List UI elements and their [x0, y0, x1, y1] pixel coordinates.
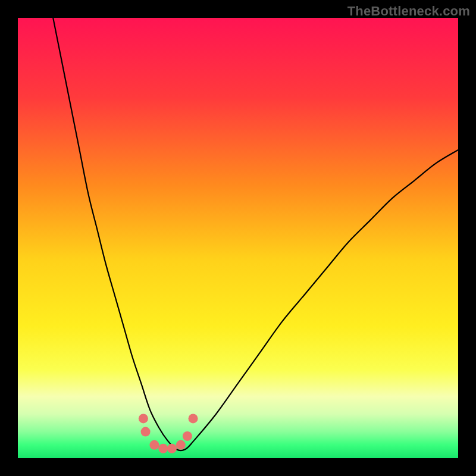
marker-dot: [183, 431, 192, 441]
marker-dot: [141, 427, 151, 437]
bottleneck-curve: [53, 18, 458, 450]
watermark-text: TheBottleneck.com: [347, 4, 470, 19]
marker-dot: [176, 440, 186, 450]
marker-dot: [167, 444, 177, 453]
marker-dots: [139, 414, 198, 453]
curve-layer: [18, 18, 458, 458]
marker-dot: [158, 444, 168, 453]
marker-dot: [139, 414, 148, 423]
plot-area: [18, 18, 458, 458]
marker-dot: [189, 414, 198, 423]
chart-frame: TheBottleneck.com: [0, 0, 476, 476]
marker-dot: [149, 440, 159, 450]
